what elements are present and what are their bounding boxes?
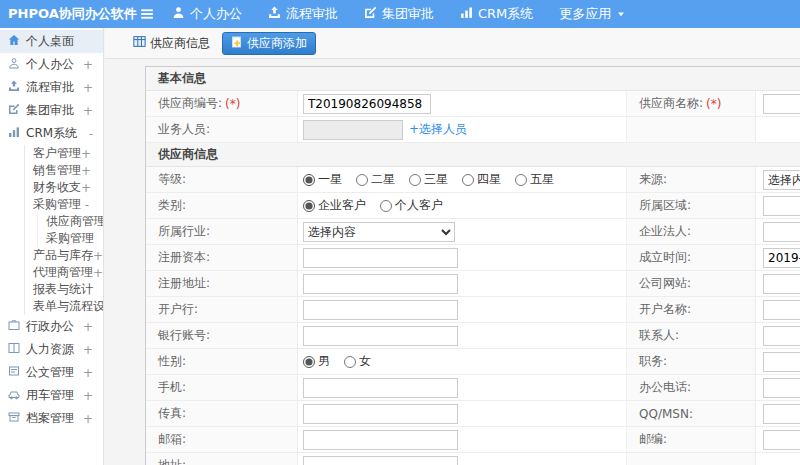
section-header-supplier-info: 供应商信息	[146, 143, 800, 167]
nav-item-more-apps[interactable]: 更多应用	[559, 5, 626, 23]
sidebar-item-admin-office[interactable]: 行政办公 +	[0, 315, 103, 338]
bank-branch-input[interactable]	[303, 300, 458, 320]
expand-icon[interactable]: +	[83, 412, 95, 426]
level-label: 等级:	[158, 171, 186, 188]
archive-icon	[8, 411, 20, 426]
sidebar-item-purchasing[interactable]: 采购管理	[38, 230, 103, 247]
sidebar-item-flow-approval[interactable]: 流程审批 +	[0, 76, 103, 99]
choose-person-link[interactable]: +选择人员	[409, 121, 467, 138]
tab-bar: 供应商信息 供应商添加	[105, 28, 800, 59]
bank-account-input[interactable]	[303, 326, 458, 346]
position-input[interactable]	[763, 352, 800, 372]
level-radio-2star[interactable]: 二星	[356, 171, 395, 188]
zip-input[interactable]	[763, 430, 800, 450]
tab-supplier-info[interactable]: 供应商信息	[133, 35, 210, 52]
zip-label: 邮编:	[639, 431, 667, 448]
region-label: 所属区域:	[639, 197, 691, 214]
sidebar-item-personal-desktop[interactable]: 个人桌面	[0, 30, 103, 53]
supplier-name-input[interactable]	[763, 94, 800, 114]
tab-supplier-add[interactable]: 供应商添加	[222, 32, 316, 55]
supplier-add-form: 基本信息 供应商编号: (*) 供应商名称: (*) 业务人员:	[145, 66, 800, 465]
qq-msn-input[interactable]	[763, 404, 800, 424]
hamburger-menu-icon[interactable]	[140, 7, 154, 21]
form-row-mobile: 手机: 办公电话:	[146, 375, 800, 401]
registered-address-input[interactable]	[303, 274, 458, 294]
nav-item-group-approval[interactable]: 集团审批	[364, 5, 434, 23]
form-row-supplier-no: 供应商编号: (*) 供应商名称: (*)	[146, 91, 800, 117]
email-input[interactable]	[303, 430, 458, 450]
form-row-registered-address: 注册地址: 公司网站:	[146, 271, 800, 297]
region-input[interactable]	[763, 196, 800, 216]
expand-icon[interactable]: +	[83, 58, 95, 72]
collapse-icon[interactable]: -	[85, 198, 91, 212]
category-radio-enterprise[interactable]: 企业客户	[303, 197, 366, 214]
level-radio-3star[interactable]: 三星	[409, 171, 448, 188]
sidebar-item-finance[interactable]: 财务收支 +	[25, 179, 103, 196]
sidebar-item-crm[interactable]: CRM系统 -	[0, 122, 103, 145]
account-name-input[interactable]	[763, 300, 800, 320]
sidebar-item-customer-mgmt[interactable]: 客户管理 +	[25, 145, 103, 162]
expand-icon[interactable]: +	[81, 164, 93, 178]
source-select[interactable]: 选择内容	[763, 170, 800, 190]
document-icon	[8, 365, 20, 380]
chart-icon	[8, 126, 20, 141]
sidebar-item-personal-office[interactable]: 个人办公 +	[0, 53, 103, 76]
expand-icon[interactable]: +	[83, 343, 95, 357]
supplier-no-input[interactable]	[303, 94, 431, 114]
nav-item-flow-approval[interactable]: 流程审批	[268, 5, 338, 23]
collapse-icon[interactable]: -	[89, 127, 95, 141]
sidebar-item-archive-mgmt[interactable]: 档案管理 +	[0, 407, 103, 430]
nav-item-crm[interactable]: CRM系统	[460, 5, 533, 23]
fax-input[interactable]	[303, 404, 458, 424]
contact-person-input[interactable]	[763, 326, 800, 346]
level-radio-1star[interactable]: 一星	[303, 171, 342, 188]
address-label: 地址:	[158, 457, 186, 465]
form-row-salesperson: 业务人员: +选择人员	[146, 117, 800, 143]
expand-icon[interactable]: +	[83, 320, 95, 334]
sidebar-item-document-mgmt[interactable]: 公文管理 +	[0, 361, 103, 384]
level-radio-5star[interactable]: 五星	[515, 171, 554, 188]
expand-icon[interactable]: +	[93, 249, 104, 263]
expand-icon[interactable]: +	[83, 81, 95, 95]
gender-radio-female[interactable]: 女	[344, 353, 371, 370]
account-name-label: 开户名称:	[639, 301, 691, 318]
salesperson-input[interactable]	[303, 120, 403, 140]
registered-capital-input[interactable]	[303, 248, 458, 268]
expand-icon[interactable]: +	[93, 266, 104, 280]
expand-icon[interactable]: +	[81, 181, 93, 195]
mobile-input[interactable]	[303, 378, 458, 398]
company-website-input[interactable]	[763, 274, 800, 294]
industry-select[interactable]: 选择内容	[303, 222, 455, 242]
purchase-submenu: 供应商管理 采购管理	[37, 213, 103, 247]
office-phone-label: 办公电话:	[639, 379, 691, 396]
sidebar-item-purchase-mgmt[interactable]: 采购管理 -	[25, 196, 103, 213]
email-label: 邮箱:	[158, 431, 186, 448]
legal-person-input[interactable]	[763, 222, 800, 242]
expand-icon[interactable]: +	[83, 389, 95, 403]
level-radio-4star[interactable]: 四星	[462, 171, 501, 188]
category-radio-individual[interactable]: 个人客户	[380, 197, 443, 214]
established-date-input[interactable]	[763, 248, 800, 268]
sidebar-item-hr[interactable]: 人力资源 +	[0, 338, 103, 361]
established-date-label: 成立时间:	[639, 249, 691, 266]
caret-down-icon	[616, 7, 626, 22]
sidebar-item-vehicle-mgmt[interactable]: 用车管理 +	[0, 384, 103, 407]
form-row-bank-account: 银行账号: 联系人:	[146, 323, 800, 349]
sidebar-item-sales-mgmt[interactable]: 销售管理 +	[25, 162, 103, 179]
edit-icon	[8, 103, 20, 118]
nav-item-personal-office[interactable]: 个人办公	[172, 5, 242, 23]
sidebar-item-products-inventory[interactable]: 产品与库存 +	[25, 247, 103, 264]
registered-address-label: 注册地址:	[158, 275, 210, 292]
add-document-icon	[231, 36, 243, 51]
expand-icon[interactable]: +	[83, 366, 95, 380]
expand-icon[interactable]: +	[83, 104, 95, 118]
gender-radio-male[interactable]: 男	[303, 353, 330, 370]
sidebar-item-reports-stats[interactable]: 报表与统计	[25, 281, 103, 298]
sidebar-item-agent-mgmt[interactable]: 代理商管理 +	[25, 264, 103, 281]
sidebar-item-group-approval[interactable]: 集团审批 +	[0, 99, 103, 122]
expand-icon[interactable]: +	[81, 147, 93, 161]
office-phone-input[interactable]	[763, 378, 800, 398]
sidebar-item-form-flow-settings[interactable]: 表单与流程设置 +	[25, 298, 103, 315]
address-input[interactable]	[303, 456, 458, 465]
sidebar-item-supplier-mgmt[interactable]: 供应商管理	[38, 213, 103, 230]
